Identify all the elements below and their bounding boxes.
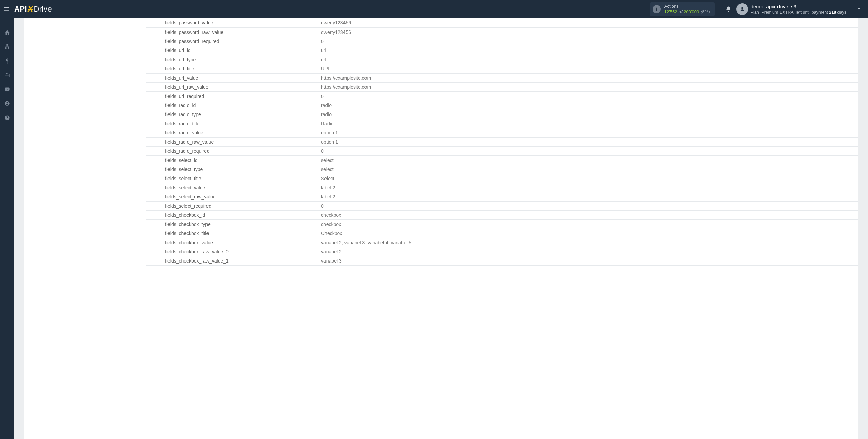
- right-panel: fields_password_valueqwerty123456fields_…: [146, 18, 858, 439]
- field-key: fields_select_value: [146, 183, 318, 192]
- table-row: fields_url_valuehttps://examplesite.com: [146, 73, 858, 82]
- field-key: fields_password_raw_value: [146, 27, 318, 37]
- field-key: fields_checkbox_type: [146, 220, 318, 229]
- field-key: fields_select_id: [146, 155, 318, 165]
- field-value: checkbox: [318, 220, 858, 229]
- field-value: 0: [318, 91, 858, 101]
- field-value: url: [318, 55, 858, 64]
- sidebar-item-connections[interactable]: [0, 39, 14, 54]
- svg-rect-0: [7, 44, 8, 45]
- plan-prefix: Plan |: [751, 10, 762, 15]
- table-row: fields_checkbox_typecheckbox: [146, 220, 858, 229]
- plan-line: Plan |Premium EXTRA| left until payment …: [751, 10, 846, 15]
- field-key: fields_select_required: [146, 201, 318, 210]
- home-icon: [4, 29, 10, 35]
- table-row: fields_radio_titleRadio: [146, 119, 858, 128]
- field-value: qwerty123456: [318, 18, 858, 27]
- field-value: Checkbox: [318, 229, 858, 238]
- plan-suffix: days: [836, 10, 846, 15]
- fields-table: fields_password_valueqwerty123456fields_…: [146, 18, 858, 266]
- field-value: qwerty123456: [318, 27, 858, 37]
- field-value: url: [318, 46, 858, 55]
- field-key: fields_url_title: [146, 64, 318, 73]
- field-key: fields_select_title: [146, 174, 318, 183]
- table-row: fields_radio_valueoption 1: [146, 128, 858, 137]
- table-row: fields_select_idselect: [146, 155, 858, 165]
- field-value: 0: [318, 201, 858, 210]
- briefcase-icon: [4, 72, 10, 78]
- logo-text-x: X: [27, 5, 34, 14]
- field-value: 0: [318, 37, 858, 46]
- field-value: radio: [318, 101, 858, 110]
- sidebar-item-home[interactable]: [0, 25, 14, 39]
- field-key: fields_url_id: [146, 46, 318, 55]
- plan-name: Premium EXTRA: [761, 10, 793, 15]
- field-key: fields_checkbox_value: [146, 238, 318, 247]
- sidebar: [0, 18, 14, 439]
- actions-used: 12'552: [664, 9, 677, 14]
- table-row: fields_radio_required0: [146, 146, 858, 155]
- field-value: URL: [318, 64, 858, 73]
- field-key: fields_radio_raw_value: [146, 137, 318, 146]
- field-key: fields_url_raw_value: [146, 82, 318, 91]
- field-key: fields_password_required: [146, 37, 318, 46]
- table-row: fields_password_raw_valueqwerty123456: [146, 27, 858, 37]
- actions-pct: (6%): [699, 9, 710, 14]
- field-key: fields_select_raw_value: [146, 192, 318, 201]
- table-row: fields_url_typeurl: [146, 55, 858, 64]
- field-key: fields_radio_title: [146, 119, 318, 128]
- actions-text: Actions: 12'552of200'000(6%): [664, 4, 710, 15]
- dollar-icon: [4, 58, 10, 64]
- page-content: fields_password_valueqwerty123456fields_…: [14, 18, 868, 439]
- user-menu-chevron[interactable]: [850, 6, 868, 12]
- field-key: fields_checkbox_raw_value_0: [146, 247, 318, 256]
- sitemap-icon: [4, 44, 10, 49]
- table-row: fields_checkbox_raw_value_1variabel 3: [146, 256, 858, 265]
- user-text: demo_apix-drive_s3 Plan |Premium EXTRA| …: [751, 4, 846, 15]
- user-menu[interactable]: demo_apix-drive_s3 Plan |Premium EXTRA| …: [735, 3, 846, 15]
- table-row: fields_url_required0: [146, 91, 858, 101]
- table-row: fields_select_titleSelect: [146, 174, 858, 183]
- info-icon: i: [653, 5, 661, 13]
- field-key: fields_url_type: [146, 55, 318, 64]
- table-row: fields_checkbox_titleCheckbox: [146, 229, 858, 238]
- table-row: fields_select_valuelabel 2: [146, 183, 858, 192]
- youtube-icon: [4, 86, 10, 92]
- field-value: Radio: [318, 119, 858, 128]
- field-value: checkbox: [318, 210, 858, 220]
- sidebar-item-billing[interactable]: [0, 54, 14, 68]
- table-row: fields_password_required0: [146, 37, 858, 46]
- sidebar-item-tools[interactable]: [0, 68, 14, 82]
- table-row: fields_radio_typeradio: [146, 110, 858, 119]
- field-value: option 1: [318, 128, 858, 137]
- field-value: Select: [318, 174, 858, 183]
- sidebar-item-video[interactable]: [0, 82, 14, 96]
- field-key: fields_radio_value: [146, 128, 318, 137]
- field-key: fields_checkbox_title: [146, 229, 318, 238]
- field-key: fields_checkbox_id: [146, 210, 318, 220]
- menu-toggle-button[interactable]: [0, 6, 14, 13]
- plan-mid: | left until payment: [794, 10, 829, 15]
- logo[interactable]: APIXDrive: [14, 0, 57, 18]
- notifications-button[interactable]: [722, 6, 735, 12]
- table-row: fields_select_required0: [146, 201, 858, 210]
- actions-of: of: [677, 9, 684, 14]
- sidebar-item-help[interactable]: [0, 110, 14, 125]
- field-key: fields_url_value: [146, 73, 318, 82]
- field-value: https://examplesite.com: [318, 82, 858, 91]
- table-row: fields_radio_raw_valueoption 1: [146, 137, 858, 146]
- username: demo_apix-drive_s3: [751, 4, 846, 10]
- table-row: fields_password_valueqwerty123456: [146, 18, 858, 27]
- field-value: radio: [318, 110, 858, 119]
- field-key: fields_select_type: [146, 165, 318, 174]
- field-key: fields_url_required: [146, 91, 318, 101]
- sidebar-item-account[interactable]: [0, 96, 14, 110]
- field-value: select: [318, 165, 858, 174]
- chevron-down-icon: [856, 6, 861, 11]
- field-key: fields_checkbox_raw_value_1: [146, 256, 318, 265]
- actions-counter[interactable]: i Actions: 12'552of200'000(6%): [650, 2, 715, 16]
- actions-label: Actions:: [664, 4, 710, 9]
- field-key: fields_radio_type: [146, 110, 318, 119]
- table-row: fields_url_idurl: [146, 46, 858, 55]
- question-icon: [4, 115, 10, 121]
